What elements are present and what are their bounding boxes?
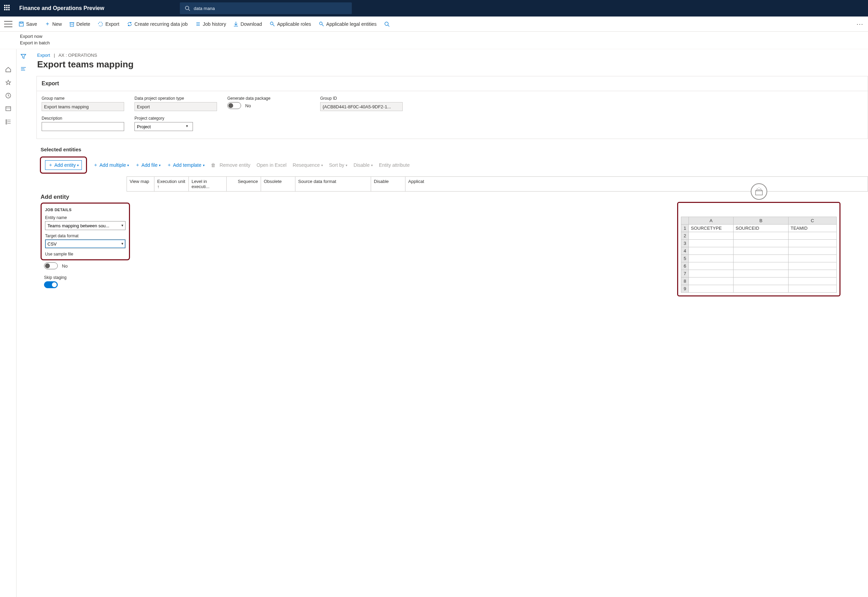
home-icon[interactable] (5, 66, 11, 73)
col-sequence[interactable]: Sequence (226, 177, 261, 191)
search-action-button[interactable] (384, 21, 390, 27)
group-name-input[interactable] (42, 102, 124, 111)
col-header-c[interactable]: C (789, 217, 837, 224)
svg-point-0 (185, 6, 189, 10)
workspace-icon[interactable] (5, 105, 11, 112)
svg-point-17 (385, 22, 388, 25)
sheet-corner[interactable] (681, 217, 689, 224)
sort-by-button[interactable]: Sort by▾ (329, 162, 347, 168)
op-type-input[interactable] (135, 102, 217, 111)
left-nav-rail (0, 49, 16, 597)
export-now-button[interactable]: Export now (20, 33, 868, 40)
clock-icon[interactable] (5, 92, 11, 99)
disable-button[interactable]: Disable▾ (353, 162, 373, 168)
breadcrumb-link[interactable]: Export (37, 53, 50, 58)
chevron-down-icon: ▾ (159, 163, 160, 167)
nav-hamburger-icon[interactable] (4, 21, 12, 27)
save-button[interactable]: Save (19, 21, 37, 27)
cell-c1[interactable]: TEAMID (789, 224, 837, 232)
star-icon[interactable] (5, 79, 11, 86)
entity-toolbar: ＋ Add entity ▾ ＋Add multiple▾ ＋Add file▾… (30, 154, 868, 177)
cell-a1[interactable]: SOURCETYPE (689, 224, 733, 232)
search2-icon (270, 21, 275, 27)
search4-icon (384, 21, 390, 27)
sheet-row: 7 (681, 270, 837, 278)
generate-package-toggle[interactable] (227, 102, 241, 109)
svg-line-1 (188, 9, 190, 10)
chevron-down-icon: ▾ (371, 163, 373, 167)
svg-rect-20 (6, 107, 11, 111)
svg-rect-4 (70, 23, 74, 27)
download-button[interactable]: Download (233, 21, 262, 27)
entity-name-select[interactable] (45, 221, 126, 230)
svg-point-31 (757, 188, 758, 189)
svg-point-32 (759, 187, 759, 188)
col-level[interactable]: Level in executi... (188, 177, 226, 191)
cell-b1[interactable]: SOURCEID (733, 224, 789, 232)
export-in-batch-button[interactable]: Export in batch (20, 40, 868, 46)
search-icon (185, 6, 190, 11)
export-button[interactable]: Export (98, 21, 119, 27)
skip-staging-toggle[interactable] (44, 281, 58, 288)
group-id-input[interactable] (320, 102, 403, 111)
group-id-field: Group ID (320, 96, 403, 111)
chevron-down-icon: ▾ (77, 163, 79, 167)
action-bar: Save ＋ New Delete Export Create recurrin… (0, 16, 868, 32)
new-button[interactable]: ＋ New (45, 20, 62, 28)
download-icon (233, 21, 238, 27)
app-title: Finance and Operations Preview (19, 5, 104, 11)
global-search-input[interactable]: data mana (180, 2, 352, 14)
chevron-down-icon: ▾ (203, 163, 205, 167)
col-disable[interactable]: Disable (371, 177, 405, 191)
target-format-select[interactable] (45, 239, 126, 248)
target-format-label: Target data format (45, 233, 126, 238)
project-category-select[interactable] (135, 122, 193, 131)
sheet-row: 5 (681, 255, 837, 262)
export-card: Export Group name Description (36, 76, 868, 139)
sheet-row: 8 (681, 278, 837, 285)
refresh-icon (98, 21, 103, 27)
filter-icon[interactable] (20, 53, 27, 59)
job-history-button[interactable]: Job history (195, 21, 226, 27)
create-recurring-job-button[interactable]: Create recurring data job (127, 21, 188, 27)
trash-icon (70, 21, 74, 27)
svg-point-13 (270, 22, 273, 25)
page-title: Export teams mapping (30, 58, 868, 76)
applicable-roles-button[interactable]: Applicable roles (270, 21, 311, 27)
add-file-button[interactable]: ＋Add file▾ (135, 162, 160, 168)
col-execution-unit[interactable]: Execution unit ↑ (154, 177, 188, 191)
open-in-excel-button[interactable]: Open in Excel (257, 162, 286, 168)
resequence-button[interactable]: Resequence▾ (293, 162, 323, 168)
chevron-down-icon: ▾ (346, 163, 347, 167)
col-header-b[interactable]: B (733, 217, 789, 224)
col-view-map[interactable]: View map (126, 177, 154, 191)
trash-icon: 🗑 (211, 162, 216, 168)
applicable-legal-entities-button[interactable]: Applicable legal entities (319, 21, 377, 27)
col-header-a[interactable]: A (689, 217, 733, 224)
entity-attribute-button[interactable]: Entity attribute (379, 162, 410, 168)
col-source-format[interactable]: Source data format (295, 177, 371, 191)
top-bar: Finance and Operations Preview data mana (0, 0, 868, 16)
breadcrumb: Export | AX : OPERATIONS (30, 49, 868, 58)
more-actions-button[interactable]: ⋯ (856, 20, 864, 28)
delete-button[interactable]: Delete (70, 21, 90, 27)
project-category-field: Project category ▾ (135, 116, 217, 131)
add-entity-button[interactable]: ＋ Add entity ▾ (45, 160, 82, 170)
modules-icon[interactable] (5, 119, 11, 125)
col-applicat[interactable]: Applicat (405, 177, 868, 191)
use-sample-toggle[interactable] (44, 262, 58, 269)
col-obsolete[interactable]: Obsolete (261, 177, 295, 191)
plus-icon: ＋ (93, 162, 98, 168)
skip-staging-label: Skip staging (44, 275, 130, 280)
highlight-add-entity: ＋ Add entity ▾ (40, 156, 87, 174)
add-entity-panel: Add entity JOB DETAILS Entity name ▾ Tar… (41, 190, 130, 289)
lines-icon[interactable] (20, 66, 27, 71)
remove-entity-button[interactable]: 🗑 Remove entity (211, 162, 250, 168)
app-launcher-icon[interactable] (4, 5, 11, 12)
description-input[interactable] (42, 122, 124, 131)
svg-rect-3 (20, 22, 22, 24)
job-details-heading: JOB DETAILS (45, 208, 126, 212)
add-multiple-button[interactable]: ＋Add multiple▾ (93, 162, 129, 168)
add-template-button[interactable]: ＋Add template▾ (167, 162, 205, 168)
sheet-row: 1SOURCETYPESOURCEIDTEAMID (681, 224, 837, 232)
